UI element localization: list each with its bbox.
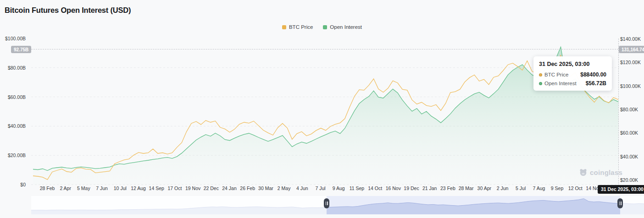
tooltip-value: $88400.00: [568, 71, 606, 78]
crosshair-left-value-tag: 92.75B: [11, 46, 31, 53]
legend-item-open-interest[interactable]: Open Interest: [323, 24, 362, 30]
left-axis-tick-label: $100.00B: [5, 36, 26, 41]
right-y-axis: $140.00K$120.00K$100.00K$80.00K$60.00K$4…: [620, 0, 644, 192]
right-axis-tick-label: $120.00K: [620, 60, 641, 65]
right-axis-tick-label: $140.00K: [620, 36, 641, 42]
chart-tooltip: 31 Dec 2025, 03:00 BTC Price $88400.00 O…: [533, 56, 612, 91]
crosshair-right-value-tag: 131,164.74: [619, 46, 644, 53]
right-axis-tick-label: $100.00K: [620, 83, 641, 89]
left-axis-tick-label: $20.00B: [8, 153, 26, 158]
legend-label: BTC Price: [289, 24, 313, 30]
tooltip-label: Open Interest: [544, 81, 577, 86]
legend-label: Open Interest: [330, 24, 362, 30]
crosshair-date-tag: 31 Dec 2025, 03:00: [598, 185, 644, 194]
watermark-text: coinglass: [590, 169, 622, 176]
x-axis: 28 Feb2 Apr5 May7 Jun10 Jul12 Aug14 Sep1…: [0, 185, 644, 193]
legend-item-btc-price[interactable]: BTC Price: [282, 24, 313, 30]
crosshair-horizontal-line: [31, 49, 618, 49]
tooltip-row-open-interest: Open Interest $56.72B: [539, 80, 606, 87]
left-axis-tick-label: $40.00B: [8, 123, 26, 129]
chart-plot-area[interactable]: [31, 38, 619, 185]
navigator[interactable]: [31, 196, 644, 214]
btc-price-dot-icon: [539, 73, 542, 76]
right-axis-tick-label: $20.00K: [620, 177, 638, 183]
coinglass-watermark: coinglass: [579, 168, 622, 177]
navigator-right-handle[interactable]: [617, 198, 623, 208]
right-axis-tick-label: $40.00K: [620, 154, 638, 159]
chart-legend: BTC Price Open Interest: [0, 24, 644, 30]
coinglass-logo-icon: [579, 168, 588, 177]
navigator-left-handle[interactable]: [324, 198, 329, 208]
navigator-dim-left: [31, 196, 327, 214]
btc-price-swatch-icon: [282, 25, 286, 29]
tooltip-value: $56.72B: [577, 80, 606, 87]
left-axis-tick-label: $80.00B: [8, 65, 26, 71]
navigator-dim-right: [620, 196, 644, 214]
tooltip-label: BTC Price: [544, 72, 568, 77]
left-axis-tick-label: $60.00B: [8, 94, 26, 100]
right-axis-tick-label: $80.00K: [620, 107, 638, 112]
open-interest-dot-icon: [539, 82, 542, 85]
navigator-selected-range[interactable]: [327, 196, 620, 214]
coinglass-chart-page: Bitcoin Futures Open Interest (USD) BTC …: [0, 0, 644, 218]
tooltip-date: 31 Dec 2025, 03:00: [539, 61, 606, 67]
open-interest-swatch-icon: [323, 25, 327, 29]
left-y-axis: $100.00B$80.00B$60.00B$40.00B$20.00B$0: [0, 0, 28, 192]
tooltip-row-btc-price: BTC Price $88400.00: [539, 71, 606, 78]
right-axis-tick-label: $60.00K: [620, 130, 638, 136]
main-chart-svg: [31, 38, 619, 185]
